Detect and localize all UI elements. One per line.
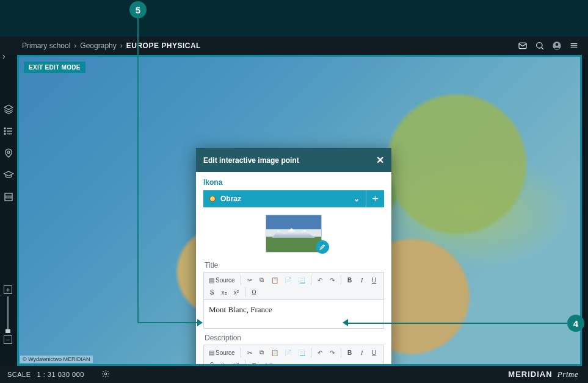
tool2-italic-button[interactable]: I (357, 347, 368, 358)
edit-point-modal: Edit interactive image point ✕ Ikona Obr… (196, 148, 391, 366)
app-window: « › Primary school › Geography › EUROPE … (0, 37, 588, 383)
thumbnail-edit-button[interactable] (316, 240, 329, 254)
grid-icon[interactable] (3, 192, 14, 202)
ikona-select-value: Obraz (220, 195, 241, 203)
callout-5-arrowhead (197, 319, 203, 326)
tool-source-button[interactable]: ▤ Source (206, 274, 238, 285)
exit-edit-mode-button[interactable]: EXIT EDIT MODE (24, 62, 85, 73)
description-toolbar: ▤ Source ✂ ⧉ 📋 📄 📃 ↶ ↷ B I U S x₂ x² ≣ ⋮… (203, 345, 384, 366)
tool-bold-button[interactable]: B (344, 274, 355, 285)
tool-omega-button[interactable]: Ω (249, 287, 260, 298)
tool2-source-button[interactable]: ▤ Source (206, 347, 238, 358)
breadcrumb-sep-2: › (120, 41, 123, 50)
svg-rect-8 (5, 193, 12, 201)
tool2-cut-button[interactable]: ✂ (244, 347, 255, 358)
svg-point-9 (104, 373, 107, 375)
breadcrumb-level2[interactable]: Geography (80, 41, 116, 50)
thumbnail-wrapper (196, 207, 391, 256)
tool2-underline-button[interactable]: U (369, 347, 380, 358)
scale-value: 1 : 31 030 000 (37, 371, 84, 378)
tool2-paste-text-button[interactable]: 📄 (282, 347, 294, 358)
tool2-paste-word-button[interactable]: 📃 (296, 347, 308, 358)
layers-icon[interactable] (3, 104, 14, 115)
tool-undo-button[interactable]: ↶ (314, 274, 325, 285)
tool-superscript-button[interactable]: x² (231, 287, 242, 298)
ikona-row: Obraz ⌄ + (203, 190, 384, 207)
graduation-icon[interactable] (3, 170, 14, 181)
svg-point-6 (4, 134, 5, 135)
zoom-out-button[interactable]: − (4, 335, 12, 344)
mail-icon[interactable] (516, 39, 529, 52)
settings-gear-icon[interactable] (101, 370, 110, 379)
modal-title: Edit interactive image point (203, 156, 299, 165)
svg-point-4 (4, 128, 5, 129)
ikona-dot-icon (209, 196, 216, 202)
modal-header: Edit interactive image point ✕ (196, 148, 391, 172)
svg-point-7 (7, 151, 10, 154)
breadcrumb-sep-1: › (74, 41, 76, 50)
modal-close-button[interactable]: ✕ (376, 154, 384, 166)
zoom-in-button[interactable]: + (4, 285, 12, 294)
tool-underline-button[interactable]: U (369, 274, 380, 285)
tool2-copy-button[interactable]: ⧉ (256, 347, 267, 358)
user-icon[interactable] (550, 39, 564, 52)
svg-point-1 (537, 43, 542, 48)
thumbnail-image (266, 215, 322, 252)
zoom-thumb[interactable] (5, 329, 10, 333)
ikona-add-button[interactable]: + (366, 190, 384, 207)
bottombar: SCALE 1 : 31 030 000 MERIDIAN Prime (0, 366, 588, 383)
tool-paste-word-button[interactable]: 📃 (296, 274, 308, 285)
tool-cut-button[interactable]: ✂ (244, 274, 255, 285)
tool-strike-button[interactable]: S (206, 287, 217, 298)
tool-copy-button[interactable]: ⧉ (256, 274, 267, 285)
tool2-redo-button[interactable]: ↷ (327, 347, 338, 358)
brand-name: MERIDIAN (508, 370, 552, 379)
tool2-bold-button[interactable]: B (344, 347, 355, 358)
callout-badge-5: 5 (129, 1, 147, 18)
scale-label: SCALE (7, 371, 31, 378)
description-label: Description (205, 334, 383, 342)
topbar: Primary school › Geography › EUROPE PHYS… (0, 37, 588, 55)
tool2-numbers-button[interactable]: ⋮≡ (261, 359, 275, 366)
pin-icon[interactable] (3, 148, 14, 159)
brand-product: Prime (557, 370, 578, 379)
menu-icon[interactable] (567, 39, 581, 52)
tool-italic-button[interactable]: I (357, 274, 368, 285)
tool2-paste-button[interactable]: 📋 (269, 347, 281, 358)
search-icon[interactable] (533, 39, 546, 52)
map-viewport[interactable]: EXIT EDIT MODE © Wydawnictwo MERIDIAN Ed… (17, 55, 582, 366)
zoom-track[interactable] (7, 296, 9, 333)
title-input[interactable]: Mont Blanc, France (203, 300, 384, 329)
tool2-strike-button[interactable]: S (206, 359, 217, 366)
tool-paste-text-button[interactable]: 📄 (282, 274, 294, 285)
tool2-superscript-button[interactable]: x² (231, 359, 242, 366)
title-toolbar: ▤ Source ✂ ⧉ 📋 📄 📃 ↶ ↷ B I U S x₂ x² Ω (203, 272, 384, 300)
chevron-down-icon: ⌄ (354, 195, 360, 203)
callout-4-arrowhead (343, 319, 348, 326)
callout-4-line (347, 323, 567, 324)
title-label: Title (205, 261, 383, 270)
callout-badge-5-label: 5 (136, 5, 140, 15)
tool-redo-button[interactable]: ↷ (327, 274, 338, 285)
callout-badge-4: 4 (567, 315, 584, 332)
callout-5-line-horizontal (137, 322, 198, 323)
zoom-control: + − (4, 283, 12, 346)
breadcrumb-level1[interactable]: Primary school (22, 41, 70, 50)
tool2-source-label: Source (216, 349, 235, 356)
svg-point-5 (4, 131, 5, 132)
list-icon[interactable] (3, 126, 14, 137)
ikona-select[interactable]: Obraz ⌄ (203, 190, 366, 207)
tool2-undo-button[interactable]: ↶ (314, 347, 325, 358)
section-header-ikona: Ikona (203, 178, 384, 187)
svg-point-3 (556, 43, 559, 46)
tool2-subscript-button[interactable]: x₂ (219, 359, 230, 366)
tool-subscript-button[interactable]: x₂ (219, 287, 230, 298)
tool-source-label: Source (216, 277, 235, 284)
tool2-bullets-button[interactable]: ≣ (249, 359, 260, 366)
tool-paste-button[interactable]: 📋 (269, 274, 281, 285)
map-copyright: © Wydawnictwo MERIDIAN (20, 356, 93, 363)
callout-badge-4-label: 4 (573, 318, 578, 329)
brand-logo: MERIDIAN Prime (508, 370, 578, 379)
callout-5-line-vertical (137, 18, 139, 323)
